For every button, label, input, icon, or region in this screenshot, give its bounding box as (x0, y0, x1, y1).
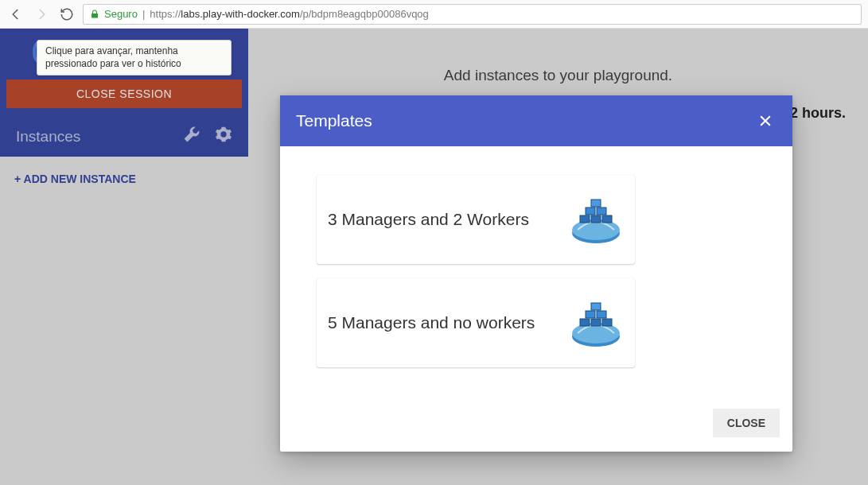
dialog-title: Templates (296, 111, 372, 130)
template-card-5m0w[interactable]: 5 Managers and no workers (317, 278, 635, 367)
gear-icon[interactable] (215, 126, 232, 147)
back-button[interactable] (6, 5, 25, 24)
dialog-body: 3 Managers and 2 Workers (280, 146, 792, 391)
url-text: https://labs.play-with-docker.com/p/bdpm… (150, 8, 429, 20)
dialog-close-button[interactable]: CLOSE (713, 409, 780, 437)
address-bar[interactable]: Seguro | https://labs.play-with-docker.c… (83, 4, 862, 25)
browser-toolbar: Seguro | https://labs.play-with-docker.c… (0, 0, 868, 29)
svg-rect-6 (602, 215, 612, 223)
svg-rect-18 (591, 319, 601, 326)
close-session-button[interactable]: CLOSE SESSION (6, 80, 242, 108)
svg-rect-4 (591, 215, 601, 223)
forward-button[interactable] (32, 5, 51, 24)
instances-list: + ADD NEW INSTANCE (0, 157, 248, 485)
dialog-footer: CLOSE (280, 391, 792, 452)
docker-swarm-icon (568, 295, 624, 351)
wrench-icon[interactable] (183, 126, 200, 147)
svg-rect-16 (580, 319, 590, 326)
template-card-label: 3 Managers and 2 Workers (328, 210, 560, 229)
svg-rect-8 (586, 208, 595, 215)
dialog-header: Templates (280, 95, 792, 146)
svg-rect-10 (597, 208, 606, 215)
instances-header: Instances (0, 116, 248, 157)
docker-swarm-icon (568, 192, 624, 247)
svg-rect-12 (591, 200, 601, 207)
svg-rect-24 (597, 311, 606, 318)
reload-button[interactable] (57, 5, 76, 24)
templates-dialog: Templates 3 Managers and 2 Workers (280, 95, 792, 452)
svg-rect-2 (580, 215, 590, 223)
sidebar: 03:59:42 CLOSE SESSION Instances + ADD N… (0, 29, 248, 485)
svg-rect-20 (602, 319, 612, 326)
instances-label: Instances (16, 128, 80, 146)
add-new-instance-button[interactable]: + ADD NEW INSTANCE (0, 157, 248, 201)
secure-label: Seguro (104, 8, 138, 20)
url-separator: | (142, 8, 145, 20)
svg-rect-26 (591, 303, 601, 310)
back-button-tooltip: Clique para avançar, mantenha pressionad… (37, 40, 232, 76)
template-card-3m2w[interactable]: 3 Managers and 2 Workers (317, 175, 635, 264)
playground-empty-message: Add instances to your playground. (280, 67, 836, 84)
dialog-close-icon[interactable] (756, 111, 775, 130)
lock-icon (90, 10, 99, 19)
template-card-label: 5 Managers and no workers (328, 313, 560, 332)
svg-rect-22 (586, 311, 595, 318)
